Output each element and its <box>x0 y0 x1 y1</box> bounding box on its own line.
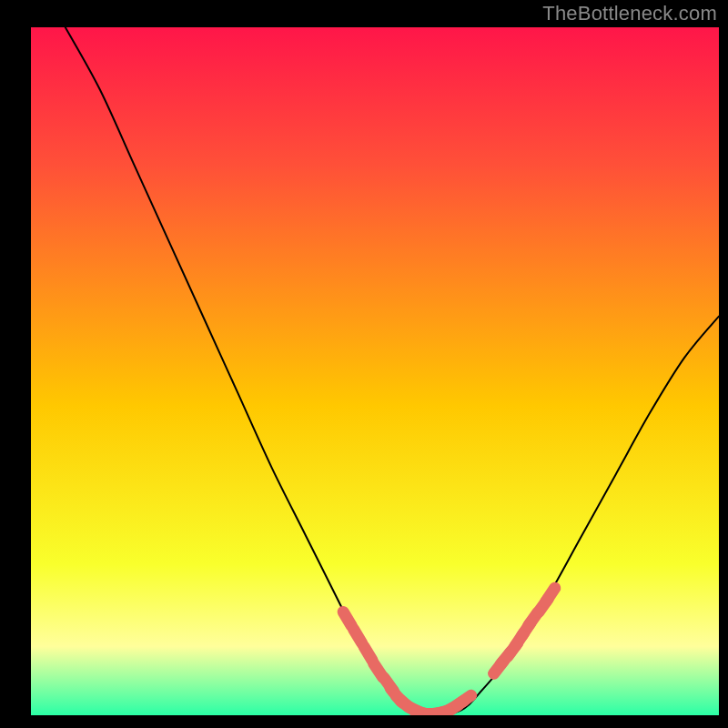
watermark-label: TheBottleneck.com <box>542 2 717 25</box>
marker-dot <box>364 646 372 660</box>
marker-dot <box>546 588 555 602</box>
marker-dot <box>353 629 361 642</box>
chart-frame <box>31 27 719 715</box>
bottleneck-chart <box>31 27 719 715</box>
marker-dot <box>458 695 471 704</box>
marker-dot <box>343 612 351 625</box>
gradient-background <box>31 27 719 715</box>
